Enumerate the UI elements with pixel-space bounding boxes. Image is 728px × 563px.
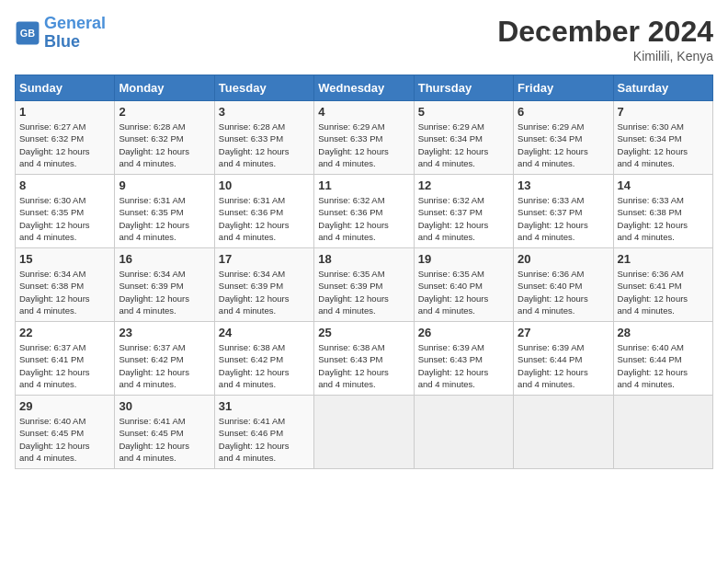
calendar-cell: 7Sunrise: 6:30 AMSunset: 6:34 PMDaylight… bbox=[613, 101, 712, 175]
calendar-week-2: 8Sunrise: 6:30 AMSunset: 6:35 PMDaylight… bbox=[16, 175, 713, 248]
day-info: Sunrise: 6:32 AMSunset: 6:36 PMDaylight:… bbox=[318, 194, 409, 243]
col-wednesday: Wednesday bbox=[314, 75, 414, 101]
calendar-cell: 25Sunrise: 6:38 AMSunset: 6:43 PMDayligh… bbox=[314, 322, 414, 396]
day-info: Sunrise: 6:32 AMSunset: 6:37 PMDaylight:… bbox=[418, 194, 509, 243]
day-info: Sunrise: 6:29 AMSunset: 6:34 PMDaylight:… bbox=[518, 121, 609, 169]
day-info: Sunrise: 6:29 AMSunset: 6:34 PMDaylight:… bbox=[418, 121, 509, 169]
calendar-cell: 22Sunrise: 6:37 AMSunset: 6:41 PMDayligh… bbox=[16, 322, 115, 396]
calendar-cell: 24Sunrise: 6:38 AMSunset: 6:42 PMDayligh… bbox=[214, 322, 313, 396]
day-number: 5 bbox=[418, 105, 509, 119]
col-sunday: Sunday bbox=[16, 75, 115, 101]
calendar-cell: 23Sunrise: 6:37 AMSunset: 6:42 PMDayligh… bbox=[115, 322, 214, 396]
location: Kimilili, Kenya bbox=[497, 49, 713, 63]
calendar-cell bbox=[613, 396, 712, 469]
calendar-cell bbox=[414, 396, 513, 469]
day-number: 19 bbox=[418, 252, 509, 266]
title-block: December 2024 Kimilili, Kenya bbox=[497, 15, 713, 63]
col-friday: Friday bbox=[514, 75, 613, 101]
day-info: Sunrise: 6:28 AMSunset: 6:32 PMDaylight:… bbox=[119, 121, 210, 169]
day-info: Sunrise: 6:40 AMSunset: 6:44 PMDaylight:… bbox=[618, 341, 709, 390]
calendar-cell: 1Sunrise: 6:27 AMSunset: 6:32 PMDaylight… bbox=[16, 101, 115, 175]
day-info: Sunrise: 6:39 AMSunset: 6:44 PMDaylight:… bbox=[518, 341, 609, 390]
day-number: 1 bbox=[19, 105, 110, 119]
svg-text:GB: GB bbox=[20, 28, 35, 39]
day-number: 16 bbox=[119, 252, 210, 266]
day-info: Sunrise: 6:41 AMSunset: 6:46 PMDaylight:… bbox=[219, 415, 310, 464]
day-number: 23 bbox=[119, 326, 210, 339]
calendar-cell: 27Sunrise: 6:39 AMSunset: 6:44 PMDayligh… bbox=[514, 322, 613, 396]
day-info: Sunrise: 6:36 AMSunset: 6:41 PMDaylight:… bbox=[618, 268, 709, 316]
day-info: Sunrise: 6:35 AMSunset: 6:39 PMDaylight:… bbox=[318, 268, 409, 316]
calendar-week-3: 15Sunrise: 6:34 AMSunset: 6:38 PMDayligh… bbox=[16, 248, 713, 322]
calendar-cell: 5Sunrise: 6:29 AMSunset: 6:34 PMDaylight… bbox=[414, 101, 513, 175]
calendar-week-5: 29Sunrise: 6:40 AMSunset: 6:45 PMDayligh… bbox=[16, 396, 713, 469]
calendar-cell: 16Sunrise: 6:34 AMSunset: 6:39 PMDayligh… bbox=[115, 248, 214, 322]
day-info: Sunrise: 6:38 AMSunset: 6:43 PMDaylight:… bbox=[318, 341, 409, 390]
day-info: Sunrise: 6:30 AMSunset: 6:35 PMDaylight:… bbox=[19, 194, 110, 243]
calendar-cell: 10Sunrise: 6:31 AMSunset: 6:36 PMDayligh… bbox=[214, 175, 313, 248]
day-number: 31 bbox=[219, 399, 310, 413]
calendar-cell: 31Sunrise: 6:41 AMSunset: 6:46 PMDayligh… bbox=[214, 396, 313, 469]
page-header: GB GeneralBlue December 2024 Kimilili, K… bbox=[15, 15, 713, 63]
day-number: 22 bbox=[19, 326, 110, 339]
calendar-cell: 19Sunrise: 6:35 AMSunset: 6:40 PMDayligh… bbox=[414, 248, 513, 322]
logo: GB GeneralBlue bbox=[15, 15, 106, 52]
calendar-cell: 13Sunrise: 6:33 AMSunset: 6:37 PMDayligh… bbox=[514, 175, 613, 248]
day-info: Sunrise: 6:33 AMSunset: 6:38 PMDaylight:… bbox=[618, 194, 709, 243]
day-info: Sunrise: 6:37 AMSunset: 6:41 PMDaylight:… bbox=[19, 341, 110, 390]
col-tuesday: Tuesday bbox=[214, 75, 313, 101]
calendar-cell bbox=[314, 396, 414, 469]
calendar-cell: 18Sunrise: 6:35 AMSunset: 6:39 PMDayligh… bbox=[314, 248, 414, 322]
day-info: Sunrise: 6:31 AMSunset: 6:35 PMDaylight:… bbox=[119, 194, 210, 243]
day-number: 4 bbox=[318, 105, 409, 119]
day-number: 13 bbox=[518, 178, 609, 192]
calendar-cell: 6Sunrise: 6:29 AMSunset: 6:34 PMDaylight… bbox=[514, 101, 613, 175]
day-number: 15 bbox=[19, 252, 110, 266]
day-number: 25 bbox=[318, 326, 409, 339]
header-row: Sunday Monday Tuesday Wednesday Thursday… bbox=[16, 75, 713, 101]
day-info: Sunrise: 6:40 AMSunset: 6:45 PMDaylight:… bbox=[19, 415, 110, 464]
day-info: Sunrise: 6:30 AMSunset: 6:34 PMDaylight:… bbox=[618, 121, 709, 169]
day-info: Sunrise: 6:34 AMSunset: 6:39 PMDaylight:… bbox=[219, 268, 310, 316]
calendar-cell: 15Sunrise: 6:34 AMSunset: 6:38 PMDayligh… bbox=[16, 248, 115, 322]
day-number: 14 bbox=[618, 178, 709, 192]
day-number: 26 bbox=[418, 326, 509, 339]
day-info: Sunrise: 6:41 AMSunset: 6:45 PMDaylight:… bbox=[119, 415, 210, 464]
day-number: 17 bbox=[219, 252, 310, 266]
col-saturday: Saturday bbox=[613, 75, 712, 101]
day-number: 24 bbox=[219, 326, 310, 339]
calendar-cell: 17Sunrise: 6:34 AMSunset: 6:39 PMDayligh… bbox=[214, 248, 313, 322]
day-info: Sunrise: 6:28 AMSunset: 6:33 PMDaylight:… bbox=[219, 121, 310, 169]
day-number: 21 bbox=[618, 252, 709, 266]
day-number: 9 bbox=[119, 178, 210, 192]
day-number: 11 bbox=[318, 178, 409, 192]
col-monday: Monday bbox=[115, 75, 214, 101]
calendar-cell: 14Sunrise: 6:33 AMSunset: 6:38 PMDayligh… bbox=[613, 175, 712, 248]
col-thursday: Thursday bbox=[414, 75, 513, 101]
calendar-week-4: 22Sunrise: 6:37 AMSunset: 6:41 PMDayligh… bbox=[16, 322, 713, 396]
calendar-cell: 28Sunrise: 6:40 AMSunset: 6:44 PMDayligh… bbox=[613, 322, 712, 396]
day-number: 8 bbox=[19, 178, 110, 192]
day-number: 30 bbox=[119, 399, 210, 413]
day-number: 3 bbox=[219, 105, 310, 119]
day-info: Sunrise: 6:38 AMSunset: 6:42 PMDaylight:… bbox=[219, 341, 310, 390]
day-number: 29 bbox=[19, 399, 110, 413]
calendar-cell: 30Sunrise: 6:41 AMSunset: 6:45 PMDayligh… bbox=[115, 396, 214, 469]
day-number: 28 bbox=[618, 326, 709, 339]
day-number: 7 bbox=[618, 105, 709, 119]
calendar-cell: 3Sunrise: 6:28 AMSunset: 6:33 PMDaylight… bbox=[214, 101, 313, 175]
day-number: 27 bbox=[518, 326, 609, 339]
calendar-cell: 4Sunrise: 6:29 AMSunset: 6:33 PMDaylight… bbox=[314, 101, 414, 175]
calendar-cell: 21Sunrise: 6:36 AMSunset: 6:41 PMDayligh… bbox=[613, 248, 712, 322]
calendar-cell: 26Sunrise: 6:39 AMSunset: 6:43 PMDayligh… bbox=[414, 322, 513, 396]
day-info: Sunrise: 6:31 AMSunset: 6:36 PMDaylight:… bbox=[219, 194, 310, 243]
day-info: Sunrise: 6:34 AMSunset: 6:39 PMDaylight:… bbox=[119, 268, 210, 316]
calendar-cell: 2Sunrise: 6:28 AMSunset: 6:32 PMDaylight… bbox=[115, 101, 214, 175]
calendar-cell: 29Sunrise: 6:40 AMSunset: 6:45 PMDayligh… bbox=[16, 396, 115, 469]
day-info: Sunrise: 6:27 AMSunset: 6:32 PMDaylight:… bbox=[19, 121, 110, 169]
calendar-week-1: 1Sunrise: 6:27 AMSunset: 6:32 PMDaylight… bbox=[16, 101, 713, 175]
month-title: December 2024 bbox=[497, 15, 713, 49]
logo-icon: GB bbox=[15, 20, 40, 46]
day-number: 18 bbox=[318, 252, 409, 266]
day-info: Sunrise: 6:37 AMSunset: 6:42 PMDaylight:… bbox=[119, 341, 210, 390]
